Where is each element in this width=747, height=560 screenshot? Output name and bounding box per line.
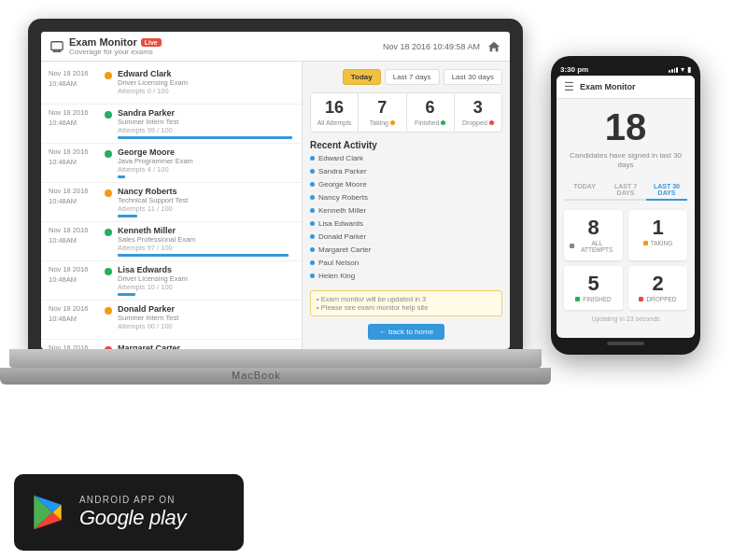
phone-body: 3:30 pm ▾ ▮ ☰ Exam Monitor 18 Candidates… xyxy=(551,56,700,355)
recent-item-name: Helen King xyxy=(318,272,355,280)
recent-item: Margaret Carter xyxy=(310,244,502,257)
activity-exam: Sales Professional Exam xyxy=(118,235,294,244)
svg-rect-0 xyxy=(51,41,63,49)
google-play-icon xyxy=(27,492,68,533)
activity-progress-bar xyxy=(118,293,135,296)
stat-dropped: 3 Dropped xyxy=(455,93,501,132)
recent-item-name: Nancy Roberts xyxy=(318,193,368,202)
phone-stat-color-dot xyxy=(639,297,643,301)
recent-item-name: Sandra Parker xyxy=(318,167,367,175)
recent-item: Edward Clark xyxy=(310,152,502,165)
recent-item-name: George Moore xyxy=(318,180,367,189)
activity-info: Sandra Parker Summer Intern Test Attempt… xyxy=(118,108,294,139)
activity-name: Donald Parker xyxy=(118,304,294,314)
phone-app-header: ☰ Exam Monitor xyxy=(557,76,695,99)
activity-exam: Java Programmer Exam xyxy=(118,157,294,165)
activity-exam: Driver Licensing Exam xyxy=(118,274,294,283)
recent-item-dot xyxy=(310,260,315,265)
activity-info: Kenneth Miller Sales Professional Exam A… xyxy=(118,226,294,257)
exam-monitor-app: Exam Monitor Live Coverage for your exam… xyxy=(41,32,510,349)
activity-list-item: Nov 18 201610:48AM Sandra Parker Summer … xyxy=(41,105,302,144)
phone-stat-label: FINISHED xyxy=(570,296,617,302)
phone-app-body: 18 Candidates have signed in last 30 day… xyxy=(557,99,695,338)
phone-stat-item: 1 TAKING xyxy=(628,210,687,260)
phone-time: 3:30 pm xyxy=(560,65,588,74)
filter-today-button[interactable]: Today xyxy=(343,69,381,85)
recent-item: Sandra Parker xyxy=(310,165,502,178)
filter-30days-button[interactable]: Last 30 days xyxy=(444,69,502,85)
activity-exam: Technical Support Test xyxy=(118,196,294,204)
activity-time: Nov 18 201610:48AM xyxy=(49,304,99,324)
app-header-left: Exam Monitor Live Coverage for your exam… xyxy=(50,36,162,56)
phone-big-num: 18 xyxy=(605,108,647,146)
stats-row: 16 All Attempts 7 Taking 6 Finished xyxy=(310,92,502,133)
phone-stat-label: DROPPED xyxy=(634,296,682,302)
macbook-screen: Exam Monitor Live Coverage for your exam… xyxy=(41,32,510,349)
activity-attempts: Attempts 97 / 100 xyxy=(118,244,294,252)
activity-dot xyxy=(105,268,112,275)
activity-dot xyxy=(105,307,112,315)
activity-dot xyxy=(105,229,112,236)
app-subtitle: Coverage for your exams xyxy=(69,48,162,56)
activity-name: Nancy Roberts xyxy=(118,187,294,196)
phone-tab[interactable]: LAST 30 DAYS xyxy=(646,180,687,201)
recent-item: Donald Parker xyxy=(310,231,502,244)
recent-item: Lisa Edwards xyxy=(310,217,502,231)
recent-item-dot xyxy=(310,169,315,174)
recent-item-name: Donald Parker xyxy=(318,232,366,241)
recent-item-dot xyxy=(310,234,315,239)
battery-icon: ▮ xyxy=(687,65,691,74)
activity-list-item: Nov 18 201610:48AM Margaret Carter Java … xyxy=(41,340,302,349)
stat-finished: 6 Finished xyxy=(407,93,455,132)
home-icon[interactable] xyxy=(487,40,500,53)
phone-stat-color-dot xyxy=(570,244,574,248)
recent-item-name: Paul Nelson xyxy=(318,259,359,267)
phone-tab[interactable]: LAST 7 DAYS xyxy=(605,180,646,199)
macbook-screen-border: Exam Monitor Live Coverage for your exam… xyxy=(28,19,523,355)
phone-menu-icon[interactable]: ☰ xyxy=(564,80,574,93)
phone-status-bar: 3:30 pm ▾ ▮ xyxy=(557,65,695,74)
activity-list-item: Nov 18 201610:48AM Nancy Roberts Technic… xyxy=(41,183,302,222)
phone-home-bar[interactable] xyxy=(607,342,644,345)
activity-attempts: Attempts 0 / 100 xyxy=(118,87,294,95)
activity-exam: Driver Licensing Exam xyxy=(118,78,294,87)
recent-item: Paul Nelson xyxy=(310,257,502,270)
activity-list-item: Nov 18 201610:48AM Lisa Edwards Driver L… xyxy=(41,261,302,301)
activity-time: Nov 18 201610:48AM xyxy=(49,108,99,128)
activity-dot xyxy=(105,189,112,197)
activity-list-item: Nov 18 201610:48AM George Moore Java Pro… xyxy=(41,144,302,183)
google-play-badge[interactable]: ANDROID APP ON Google play xyxy=(14,474,244,551)
macbook-device: Exam Monitor Live Coverage for your exam… xyxy=(28,19,551,420)
notice-box: • Exam monitor will be updated in 3 • Pl… xyxy=(310,290,502,316)
phone-stat-item: 8 ALL ATTEMPTS xyxy=(564,210,623,260)
activity-list-item: Nov 18 201610:48AM Donald Parker Summer … xyxy=(41,301,302,340)
stat-taking: 7 Taking xyxy=(359,93,406,132)
phone-stat-label: TAKING xyxy=(634,240,682,246)
filter-7days-button[interactable]: Last 7 days xyxy=(385,69,440,85)
activity-attempts: Attempts 4 / 100 xyxy=(118,165,294,174)
activity-time: Nov 18 201610:48AM xyxy=(49,265,99,285)
activity-name: George Moore xyxy=(118,147,294,157)
activity-attempts: Attempts 10 / 100 xyxy=(118,283,294,291)
gplay-small-text: ANDROID APP ON xyxy=(79,494,186,506)
activity-list: Nov 18 201610:48AM Edward Clark Driver L… xyxy=(41,62,303,349)
stat-all-attempts: 16 All Attempts xyxy=(311,93,359,132)
activity-progress-bar xyxy=(118,136,292,139)
date-filter-row: Today Last 7 days Last 30 days xyxy=(310,69,502,85)
recent-item-name: Margaret Carter xyxy=(318,245,371,254)
app-header-right: Nov 18 2016 10:49:58 AM xyxy=(383,40,500,53)
recent-title: Recent Activity xyxy=(310,140,502,150)
recent-section: Recent Activity Edward ClarkSandra Parke… xyxy=(310,140,502,283)
phone-tab[interactable]: TODAY xyxy=(564,180,605,199)
phone-stats-grid: 8 ALL ATTEMPTS 1 TAKING 5 FINISHED 2 DRO… xyxy=(564,210,687,310)
google-play-text: ANDROID APP ON Google play xyxy=(79,494,186,530)
activity-exam: Summer Intern Test xyxy=(118,118,294,126)
activity-info: Donald Parker Summer Intern Test Attempt… xyxy=(118,304,294,335)
gplay-big-text: Google play xyxy=(79,506,186,530)
activity-list-item: Nov 18 201610:48AM Edward Clark Driver L… xyxy=(41,65,302,105)
recent-item-dot xyxy=(310,247,315,252)
app-header: Exam Monitor Live Coverage for your exam… xyxy=(41,32,510,62)
activity-name: Sandra Parker xyxy=(118,108,294,118)
back-to-home-button[interactable]: ← back to home xyxy=(368,324,444,340)
recent-list: Edward ClarkSandra ParkerGeorge MooreNan… xyxy=(310,152,502,283)
